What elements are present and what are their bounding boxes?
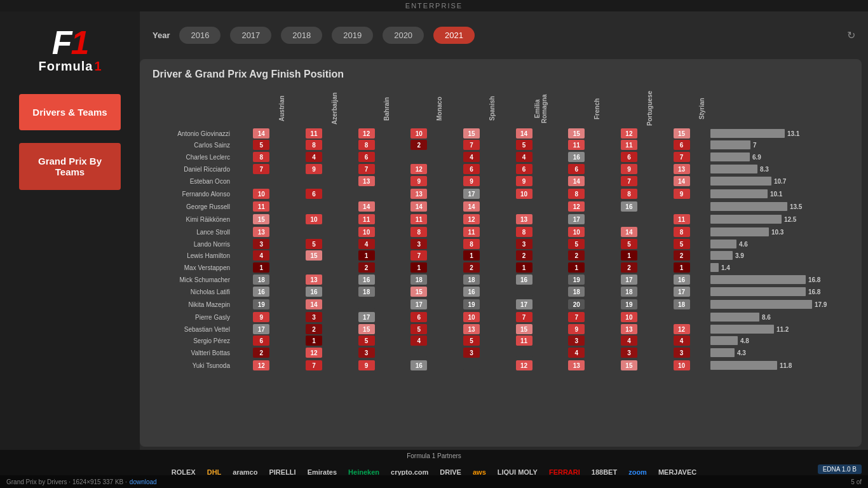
cell-value: [498, 285, 550, 298]
cell-value: 19: [235, 298, 288, 311]
top-bar: ENTERPRISE: [0, 0, 868, 11]
cell-value: 6: [393, 311, 445, 323]
cell-value: 10: [340, 226, 393, 238]
cell-value: 4: [235, 250, 288, 261]
cell-value: 16: [340, 274, 393, 285]
table-row: Esteban Ocon139991471410.7: [153, 175, 849, 187]
cell-value: 8: [235, 151, 288, 163]
cell-value: 16: [655, 274, 708, 285]
cell-value: 2: [235, 346, 288, 359]
cell-value: 3: [235, 238, 288, 250]
cell-value: 11: [603, 139, 656, 151]
cell-value: 8: [550, 187, 603, 200]
cell-value: 18: [445, 274, 498, 285]
table-row: Nikita Mazepin191417191720191817.9: [153, 298, 849, 311]
cell-value: [340, 187, 393, 200]
bar-cell: 8.6: [708, 311, 835, 323]
cell-value: 14: [235, 128, 288, 139]
cell-value: [288, 200, 341, 213]
cell-value: 3: [498, 238, 550, 250]
cell-value: 8: [603, 187, 656, 200]
cell-value: 4: [498, 151, 550, 163]
year-2018[interactable]: 2018: [281, 27, 322, 44]
cell-value: 1: [288, 335, 341, 346]
year-label: Year: [153, 30, 170, 40]
col-bahrain: Bahrain: [340, 90, 393, 128]
driver-name: Kimi Räikkönen: [153, 213, 235, 226]
bar-cell: 17.9: [708, 298, 835, 311]
cell-value: 13: [603, 323, 656, 335]
cell-value: 15: [655, 128, 708, 139]
driver-name: Fernando Alonso: [153, 187, 235, 200]
cell-value: 13: [393, 187, 445, 200]
cell-value: 3: [550, 335, 603, 346]
driver-name: Nicholas Latifi: [153, 285, 235, 298]
cell-value: 19: [550, 274, 603, 285]
year-2016[interactable]: 2016: [179, 27, 220, 44]
table-row: Daniel Ricciardo797126669138.3: [153, 163, 849, 175]
cell-value: 16: [288, 285, 341, 298]
cell-value: 11: [393, 213, 445, 226]
col-spanish: Spanish: [445, 90, 498, 128]
bar-cell: 7: [708, 139, 835, 151]
cell-value: 12: [340, 128, 393, 139]
driver-name: George Russell: [153, 200, 235, 213]
cell-value: 2: [393, 139, 445, 151]
data-table: Austrian Azerbaijan Bahrain Monaco Spani…: [153, 90, 849, 372]
refresh-icon[interactable]: ↻: [847, 29, 855, 41]
cell-value: 16: [498, 274, 550, 285]
bar-cell: 4.8: [708, 335, 835, 346]
table-row: Sebastian Vettel17215513159131211.2: [153, 323, 849, 335]
cell-value: 10: [393, 128, 445, 139]
cell-value: 7: [393, 250, 445, 261]
cell-value: 17: [603, 274, 656, 285]
bar-cell: 10.3: [708, 226, 835, 238]
cell-value: 2: [445, 261, 498, 274]
cell-value: 13: [288, 274, 341, 285]
bar-cell: 12.5: [708, 213, 835, 226]
cell-value: 12: [550, 200, 603, 213]
cell-value: 14: [393, 200, 445, 213]
col-bar: [708, 90, 835, 128]
driver-name: Nikita Mazepin: [153, 298, 235, 311]
table-row: Max Verstappen121211211.4: [153, 261, 849, 274]
driver-name: Max Verstappen: [153, 261, 235, 274]
table-row: Fernando Alonso10613171088910.1: [153, 187, 849, 200]
cell-value: 3: [288, 311, 341, 323]
drivers-teams-button[interactable]: Drivers & Teams: [19, 94, 121, 130]
cell-value: 13: [445, 323, 498, 335]
cell-value: [288, 175, 341, 187]
download-link[interactable]: download: [130, 478, 157, 485]
status-bar: Grand Prix by Drivers · 1624×915 337 KB …: [0, 475, 868, 488]
cell-value: 8: [393, 226, 445, 238]
bar-cell: 13.5: [708, 200, 835, 213]
year-2019[interactable]: 2019: [332, 27, 373, 44]
grand-prix-teams-button[interactable]: Grand Prix By Teams: [19, 143, 121, 190]
cell-value: 4: [445, 151, 498, 163]
year-2020[interactable]: 2020: [383, 27, 424, 44]
cell-value: [340, 298, 393, 311]
cell-value: 13: [340, 175, 393, 187]
year-2017[interactable]: 2017: [230, 27, 271, 44]
cell-value: 14: [288, 298, 341, 311]
edna-badge: EDNA 1.0 B: [818, 464, 862, 474]
cell-value: 2: [340, 261, 393, 274]
cell-value: 18: [340, 285, 393, 298]
footer-title: Formula 1 Partners: [407, 452, 461, 459]
table-row: Lando Norris3543835554.6: [153, 238, 849, 250]
cell-value: 6: [288, 187, 341, 200]
cell-value: 11: [445, 226, 498, 238]
f1-logo: F1 Formula 1: [16, 24, 124, 75]
table-row: George Russell11141414121613.5: [153, 200, 849, 213]
cell-value: 5: [340, 335, 393, 346]
cell-value: 16: [235, 285, 288, 298]
one-text: 1: [94, 59, 101, 74]
cell-value: 6: [498, 163, 550, 175]
bar-cell: 8.3: [708, 163, 835, 175]
driver-name: Lewis Hamilton: [153, 250, 235, 261]
driver-col-header: [153, 90, 235, 128]
col-french: French: [550, 90, 603, 128]
cell-value: 7: [603, 175, 656, 187]
year-2021[interactable]: 2021: [433, 27, 475, 44]
cell-value: 17: [445, 187, 498, 200]
